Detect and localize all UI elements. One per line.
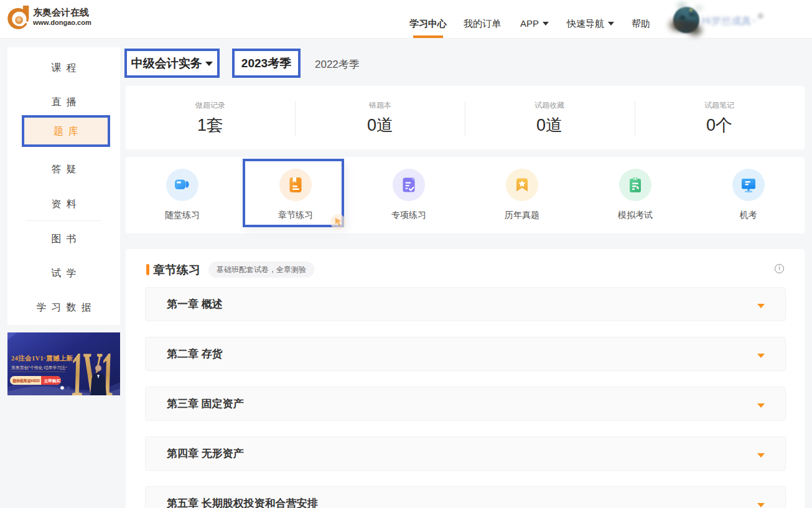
- svg-text:东奥首创“个性化·结果学习法”: 东奥首创“个性化·结果学习法”: [11, 365, 67, 370]
- svg-text:24注会1V1·震撼上新: 24注会1V1·震撼上新: [11, 354, 73, 362]
- svg-text:立即购买: 立即购买: [44, 379, 61, 383]
- svg-text:题券最高省¥4000: 题券最高省¥4000: [12, 379, 40, 383]
